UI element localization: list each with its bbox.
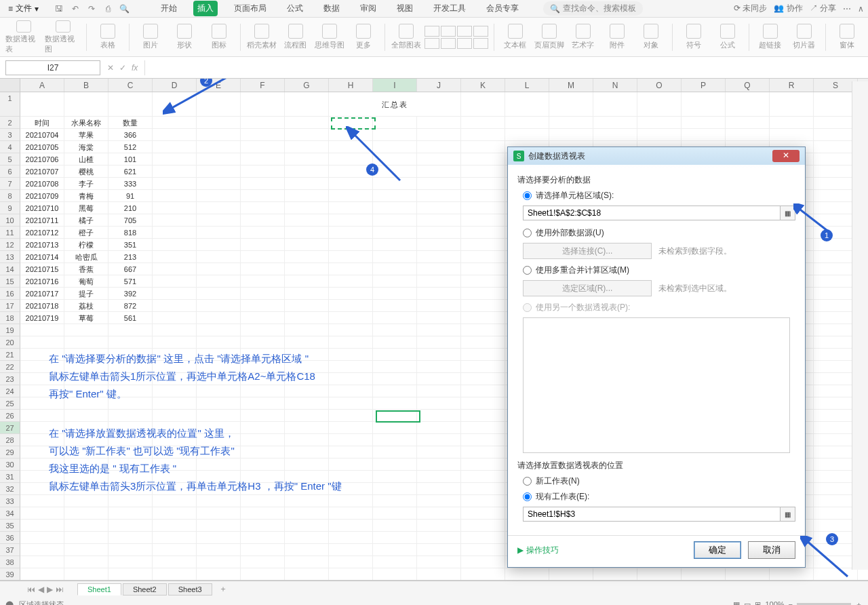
cell[interactable] (770, 568, 814, 581)
cell[interactable] (373, 202, 417, 214)
textbox-button[interactable]: 文本框 (500, 20, 531, 54)
tab-formula[interactable]: 公式 (283, 1, 307, 16)
cell[interactable] (373, 458, 417, 471)
cell[interactable] (64, 495, 108, 507)
cell[interactable]: 705 (108, 214, 153, 227)
cell[interactable] (726, 129, 770, 141)
row-header[interactable]: 4 (0, 141, 20, 153)
cell[interactable] (329, 141, 373, 153)
cell[interactable] (461, 385, 505, 397)
cell[interactable] (417, 520, 461, 532)
cell[interactable] (329, 312, 373, 324)
select-all-corner[interactable] (0, 79, 20, 92)
cell[interactable] (417, 178, 461, 190)
cell[interactable] (241, 141, 285, 153)
cell[interactable]: 山楂 (64, 153, 108, 165)
cell[interactable] (285, 288, 329, 300)
row-header[interactable]: 8 (0, 190, 20, 202)
cell[interactable] (373, 434, 417, 446)
cell[interactable]: 哈密瓜 (64, 251, 108, 263)
cell[interactable] (108, 92, 153, 117)
cell[interactable]: 时间 (20, 117, 64, 129)
cell[interactable] (505, 117, 549, 129)
row-header[interactable]: 18 (0, 312, 20, 324)
next-sheet-icon[interactable]: ▶ (47, 585, 53, 594)
cell[interactable]: 20210704 (20, 129, 64, 141)
cell[interactable]: 20210719 (20, 312, 64, 324)
cell[interactable]: 草莓 (64, 312, 108, 324)
cell[interactable] (329, 336, 373, 349)
cell[interactable] (285, 129, 329, 141)
mini-chart-icon[interactable] (441, 38, 456, 49)
cell[interactable] (241, 532, 285, 544)
sheet-tab-3[interactable]: Sheet3 (168, 583, 212, 596)
tab-data[interactable]: 数据 (319, 1, 344, 16)
opt-cell-range[interactable]: 请选择单元格区域(S): (523, 190, 795, 201)
cell[interactable]: 20210714 (20, 251, 64, 263)
cell[interactable] (153, 263, 197, 275)
cell[interactable] (417, 483, 461, 495)
row-header[interactable]: 35 (0, 520, 20, 532)
cell[interactable] (461, 373, 505, 385)
cell[interactable]: 20210705 (20, 141, 64, 153)
col-header-A[interactable]: A (20, 79, 64, 92)
row-header[interactable]: 15 (0, 275, 20, 288)
cell[interactable]: 20210712 (20, 227, 64, 239)
cell[interactable] (417, 239, 461, 251)
cancel-button[interactable]: 取消 (748, 541, 795, 559)
mini-chart-icon[interactable] (441, 26, 456, 37)
row-header[interactable]: 23 (0, 373, 20, 385)
sheet-tab-2[interactable]: Sheet2 (123, 583, 167, 596)
cell[interactable] (285, 178, 329, 190)
zoom-out-icon[interactable]: − (789, 600, 793, 605)
close-button[interactable]: ✕ (772, 150, 800, 162)
preview-icon[interactable]: 🔍 (119, 3, 130, 14)
cell[interactable]: 橙子 (64, 227, 108, 239)
cell[interactable] (285, 239, 329, 251)
cell[interactable] (197, 520, 241, 532)
cell[interactable] (285, 544, 329, 556)
cell[interactable] (108, 410, 153, 422)
name-box[interactable]: I27 (5, 60, 100, 75)
cell[interactable] (549, 568, 593, 581)
cell[interactable] (461, 312, 505, 324)
col-header-B[interactable]: B (64, 79, 108, 92)
range-input[interactable] (523, 206, 781, 220)
cell[interactable] (20, 532, 64, 544)
cell[interactable]: 366 (108, 129, 153, 141)
cell[interactable] (417, 556, 461, 568)
formula-input[interactable] (144, 60, 868, 75)
cell[interactable] (373, 288, 417, 300)
cell[interactable] (593, 568, 637, 581)
cell[interactable] (373, 336, 417, 349)
view-break-icon[interactable]: ⊞ (755, 600, 761, 606)
row-header[interactable]: 10 (0, 214, 20, 227)
row-header[interactable]: 26 (0, 410, 20, 422)
cell[interactable] (417, 373, 461, 385)
row-header[interactable]: 29 (0, 446, 20, 458)
cell[interactable]: 20210718 (20, 300, 64, 312)
cell[interactable]: 818 (108, 227, 153, 239)
cell[interactable] (285, 507, 329, 520)
cell[interactable] (461, 251, 505, 263)
cell[interactable]: 213 (108, 251, 153, 263)
cell[interactable] (108, 544, 153, 556)
cell[interactable] (197, 92, 241, 117)
cell[interactable]: 香蕉 (64, 263, 108, 275)
cell[interactable] (285, 556, 329, 568)
cell[interactable] (373, 324, 417, 336)
cell[interactable] (461, 202, 505, 214)
table-button[interactable]: 表格 (92, 20, 123, 54)
cell[interactable] (64, 532, 108, 544)
cell[interactable] (285, 202, 329, 214)
cell[interactable] (461, 214, 505, 227)
cell[interactable] (108, 324, 153, 336)
cell[interactable] (197, 410, 241, 422)
dialog-titlebar[interactable]: S 创建数据透视表 ✕ (508, 147, 805, 165)
cell[interactable] (505, 568, 549, 581)
cell[interactable] (241, 336, 285, 349)
cell[interactable] (417, 288, 461, 300)
cell[interactable] (417, 422, 461, 434)
radio-multi[interactable] (523, 266, 532, 275)
cell[interactable] (461, 507, 505, 520)
